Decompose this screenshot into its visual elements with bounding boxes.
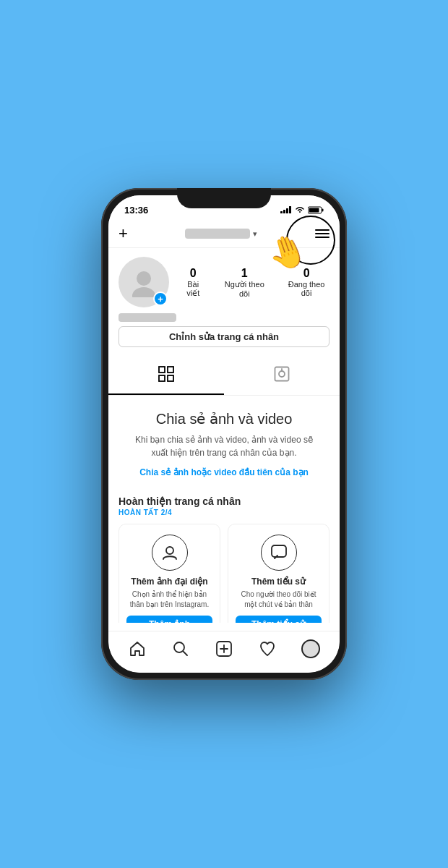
tab-tagged[interactable]: [224, 359, 340, 395]
complete-label: HOÀN TẤT: [119, 509, 158, 516]
profile-section: + 0 Bài viết 1 Người theo dõi 0: [108, 248, 340, 359]
svg-rect-2: [286, 208, 288, 213]
tab-grid[interactable]: [108, 359, 224, 395]
username-dropdown[interactable]: ▾: [185, 229, 257, 239]
posts-count: 0: [181, 267, 205, 280]
svg-rect-0: [280, 211, 283, 213]
posts-stat: 0 Bài viết: [181, 267, 205, 298]
nav-profile[interactable]: [296, 634, 325, 663]
followers-label: Người theo dõi: [220, 280, 269, 298]
svg-rect-12: [168, 375, 173, 381]
complete-profile-subtitle: HOÀN TẤT 2/4: [119, 509, 329, 516]
svg-rect-5: [322, 208, 324, 211]
menu-line-3: [315, 237, 329, 238]
empty-state-section: Chia sẻ ảnh và video Khi bạn chia sẻ ảnh…: [108, 396, 340, 487]
chat-bubble-icon: [270, 544, 288, 561]
posts-label: Bài viết: [181, 280, 205, 298]
main-content: + 0 Bài viết 1 Người theo dõi 0: [108, 248, 340, 623]
person-circle-icon: [161, 544, 178, 561]
profile-nav-avatar: [301, 639, 320, 658]
avatar-card-title: Thêm ảnh đại diện: [131, 576, 207, 587]
menu-line-1: [315, 229, 329, 231]
phone-frame: 13:36: [101, 188, 347, 680]
battery-icon: [308, 206, 324, 214]
avatar-card-icon-circle: [152, 535, 188, 571]
add-bio-card: Thêm tiểu sử Cho người theo dõi biết một…: [228, 524, 329, 623]
wifi-icon: [295, 206, 305, 213]
svg-rect-10: [168, 367, 173, 373]
edit-profile-button[interactable]: Chỉnh sửa trang cá nhân: [119, 326, 329, 347]
hamburger-menu-button[interactable]: [315, 229, 329, 238]
nav-home[interactable]: [123, 634, 152, 663]
svg-rect-3: [289, 206, 291, 213]
svg-rect-16: [272, 545, 286, 557]
svg-rect-6: [309, 208, 319, 212]
grid-icon: [158, 366, 174, 386]
following-label: Đang theo dõi: [283, 280, 329, 297]
empty-state-title: Chia sẻ ảnh và video: [130, 410, 318, 427]
status-time: 13:36: [124, 205, 148, 216]
share-first-post-link[interactable]: Chia sẻ ảnh hoặc video đầu tiên của bạn: [139, 467, 309, 477]
followers-count: 1: [220, 267, 269, 280]
add-icon: [215, 640, 233, 658]
svg-rect-1: [283, 210, 285, 213]
nav-add[interactable]: [210, 634, 238, 663]
default-avatar-icon: [129, 267, 159, 297]
complete-profile-title: Hoàn thiện trang cá nhân: [119, 495, 329, 507]
status-icons: [280, 206, 324, 214]
avatar-wrap: +: [119, 257, 169, 307]
add-avatar-card: Thêm ảnh đại diện Chọn ảnh thể hiện bản …: [119, 524, 220, 623]
svg-point-7: [137, 271, 151, 286]
profile-tabs: [108, 359, 340, 396]
avatar-card-description: Chọn ảnh thể hiện bản thân bạn trên Inst…: [126, 590, 212, 610]
svg-rect-11: [159, 375, 165, 381]
notch: [177, 188, 271, 208]
svg-point-8: [132, 287, 155, 297]
svg-rect-9: [159, 367, 165, 373]
bio-card-description: Cho người theo dõi biết một chút về bản …: [236, 590, 322, 610]
signal-icon: [280, 206, 292, 213]
nav-heart[interactable]: [253, 634, 282, 663]
bio-card-icon-circle: [261, 535, 297, 571]
tagged-icon: [274, 366, 290, 386]
nav-search[interactable]: [166, 634, 195, 663]
svg-point-15: [166, 547, 173, 554]
bio-card-title: Thêm tiểu sử: [251, 576, 306, 587]
heart-icon: [259, 640, 276, 658]
home-icon: [129, 640, 146, 658]
add-story-button[interactable]: +: [119, 224, 128, 243]
search-icon: [172, 640, 189, 658]
instagram-header: + ▾: [108, 221, 340, 248]
complete-progress: 2/4: [161, 509, 172, 516]
svg-point-14: [279, 371, 285, 377]
following-count: 0: [283, 267, 329, 280]
followers-stat: 1 Người theo dõi: [220, 267, 269, 298]
complete-profile-section: Hoàn thiện trang cá nhân HOÀN TẤT 2/4: [108, 487, 340, 623]
complete-profile-cards: Thêm ảnh đại diện Chọn ảnh thể hiện bản …: [119, 524, 329, 623]
add-bio-button[interactable]: Thêm tiểu sử: [236, 616, 322, 623]
profile-name-blur: [119, 313, 176, 322]
menu-line-2: [315, 233, 329, 234]
profile-stats: 0 Bài viết 1 Người theo dõi 0 Đang theo …: [181, 267, 329, 298]
phone-screen: 13:36: [108, 195, 340, 673]
username-blur: [185, 229, 250, 239]
profile-top-row: + 0 Bài viết 1 Người theo dõi 0: [119, 257, 329, 307]
add-photo-badge[interactable]: +: [153, 292, 168, 306]
empty-state-description: Khi bạn chia sẻ ảnh và video, ảnh và vid…: [130, 433, 318, 459]
bottom-navigation: [108, 631, 340, 673]
add-avatar-button[interactable]: Thêm ảnh: [126, 616, 212, 623]
following-stat: 0 Đang theo dõi: [283, 267, 329, 298]
dropdown-chevron-icon: ▾: [253, 229, 257, 239]
